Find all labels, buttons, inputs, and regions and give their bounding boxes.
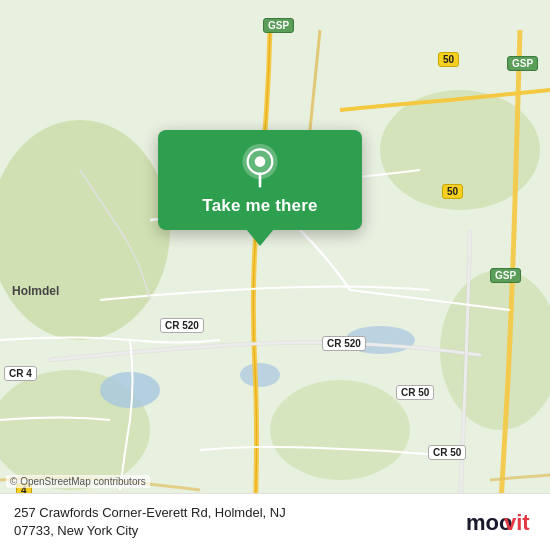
- location-pin-icon: [238, 144, 282, 188]
- svg-point-5: [100, 372, 160, 408]
- svg-text:vit: vit: [504, 510, 530, 535]
- svg-point-0: [0, 120, 170, 340]
- map-container: GSP GSP 50 52 50 CR 520 CR 520 CR 50 GSP…: [0, 0, 550, 550]
- svg-point-4: [270, 380, 410, 480]
- svg-point-10: [255, 156, 266, 167]
- map-roads-svg: [0, 0, 550, 550]
- bottom-bar-address: 257 Crawfords Corner-Everett Rd, Holmdel…: [14, 504, 286, 540]
- road-badge-50-ne: 50: [438, 52, 459, 67]
- address-text: 257 Crawfords Corner-Everett Rd, Holmdel…: [14, 504, 286, 540]
- holmdel-label: Holmdel: [12, 284, 59, 298]
- road-badge-50-mid: 50: [442, 184, 463, 199]
- card-label: Take me there: [202, 196, 317, 216]
- moovit-logo: moo vit: [466, 508, 536, 536]
- road-badge-gsp-ne: GSP: [507, 56, 538, 71]
- osm-attribution: © OpenStreetMap contributors: [6, 475, 150, 488]
- road-badge-gsp-right: GSP: [490, 268, 521, 283]
- moovit-logo-svg: moo vit: [466, 508, 536, 536]
- road-badge-gsp-north: GSP: [263, 18, 294, 33]
- bottom-bar: 257 Crawfords Corner-Everett Rd, Holmdel…: [0, 493, 550, 550]
- road-badge-cr520-left: CR 520: [160, 318, 204, 333]
- road-badge-cr50-bot2: CR 50: [428, 445, 466, 460]
- road-badge-cr520-right: CR 520: [322, 336, 366, 351]
- road-badge-cr50-bot: CR 50: [396, 385, 434, 400]
- location-card[interactable]: Take me there: [158, 130, 362, 230]
- road-badge-cr4: CR 4: [4, 366, 37, 381]
- svg-point-6: [240, 363, 280, 387]
